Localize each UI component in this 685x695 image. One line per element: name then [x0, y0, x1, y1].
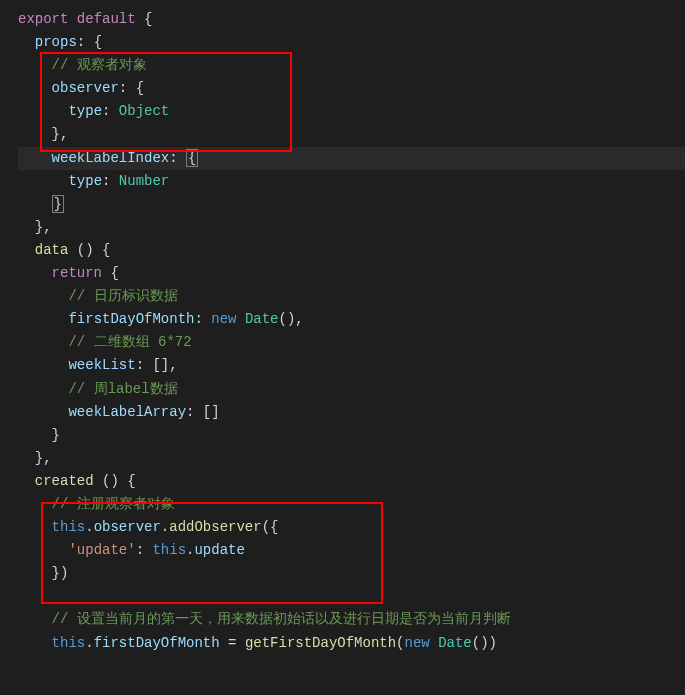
- punct: .: [161, 519, 169, 535]
- code-line[interactable]: this.observer.addObserver({: [18, 516, 685, 539]
- code-line[interactable]: },: [18, 216, 685, 239]
- code-line[interactable]: created () {: [18, 470, 685, 493]
- punct: (),: [279, 311, 304, 327]
- code-line[interactable]: }: [18, 193, 685, 216]
- method-created: created: [35, 473, 94, 489]
- punct: () {: [94, 473, 136, 489]
- code-line[interactable]: }): [18, 562, 685, 585]
- code-line-current[interactable]: weekLabelIndex: {: [18, 147, 685, 170]
- prop-weeklist: weekList: [68, 357, 135, 373]
- code-line[interactable]: this.firstDayOfMonth = getFirstDayOfMont…: [18, 632, 685, 655]
- brace-matched: }: [52, 195, 64, 213]
- prop-update: update: [194, 542, 244, 558]
- punct: .: [85, 519, 93, 535]
- code-line[interactable]: // 注册观察者对象: [18, 493, 685, 516]
- keyword-default: default: [77, 11, 136, 27]
- comment: // 日历标识数据: [68, 288, 177, 304]
- prop-props: props: [35, 34, 77, 50]
- code-line[interactable]: firstDayOfMonth: new Date(),: [18, 308, 685, 331]
- type-object: Object: [119, 103, 169, 119]
- comment: // 周label数据: [68, 381, 177, 397]
- brace: {: [136, 11, 153, 27]
- punct: :: [194, 311, 211, 327]
- prop-observer: observer: [52, 80, 119, 96]
- code-line[interactable]: [18, 585, 685, 608]
- prop-observer: observer: [94, 519, 161, 535]
- keyword-return: return: [52, 265, 102, 281]
- code-line[interactable]: },: [18, 447, 685, 470]
- punct: (: [396, 635, 404, 651]
- brace: }): [52, 565, 69, 581]
- punct: ()): [472, 635, 497, 651]
- brace: },: [52, 126, 69, 142]
- keyword-new: new: [211, 311, 236, 327]
- code-line[interactable]: },: [18, 123, 685, 146]
- string-update: 'update': [68, 542, 135, 558]
- method-addobserver: addObserver: [169, 519, 261, 535]
- prop-weeklabelarray: weekLabelArray: [68, 404, 186, 420]
- code-line[interactable]: data () {: [18, 239, 685, 262]
- code-line[interactable]: observer: {: [18, 77, 685, 100]
- brace: }: [52, 427, 60, 443]
- code-line[interactable]: export default {: [18, 8, 685, 31]
- brace: },: [35, 219, 52, 235]
- comment: // 观察者对象: [52, 57, 147, 73]
- code-line[interactable]: type: Number: [18, 170, 685, 193]
- code-line[interactable]: // 日历标识数据: [18, 285, 685, 308]
- operator: =: [220, 635, 245, 651]
- brace: },: [35, 450, 52, 466]
- comment: // 二维数组 6*72: [68, 334, 191, 350]
- code-line[interactable]: type: Object: [18, 100, 685, 123]
- punct: .: [85, 635, 93, 651]
- comment: // 设置当前月的第一天，用来数据初始话以及进行日期是否为当前月判断: [52, 611, 511, 627]
- code-line[interactable]: weekList: [],: [18, 354, 685, 377]
- punct: () {: [68, 242, 110, 258]
- punct: :: [102, 103, 119, 119]
- code-line[interactable]: 'update': this.update: [18, 539, 685, 562]
- punct: :: [102, 173, 119, 189]
- brace-matched: {: [186, 149, 198, 167]
- prop-type: type: [68, 173, 102, 189]
- punct: :: [169, 150, 186, 166]
- keyword-this: this: [52, 635, 86, 651]
- code-editor[interactable]: export default { props: { // 观察者对象 obser…: [0, 8, 685, 655]
- punct: ({: [262, 519, 279, 535]
- prop-firstdayofmonth: firstDayOfMonth: [68, 311, 194, 327]
- type-date: Date: [430, 635, 472, 651]
- keyword-new: new: [405, 635, 430, 651]
- func-getfirstdayofmonth: getFirstDayOfMonth: [245, 635, 396, 651]
- comment: // 注册观察者对象: [52, 496, 175, 512]
- code-line[interactable]: // 二维数组 6*72: [18, 331, 685, 354]
- punct: : {: [77, 34, 102, 50]
- punct: : [],: [136, 357, 178, 373]
- punct: :: [136, 542, 153, 558]
- prop-firstdayofmonth: firstDayOfMonth: [94, 635, 220, 651]
- code-line[interactable]: props: {: [18, 31, 685, 54]
- type-date: Date: [236, 311, 278, 327]
- code-line[interactable]: weekLabelArray: []: [18, 401, 685, 424]
- keyword-this: this: [52, 519, 86, 535]
- type-number: Number: [119, 173, 169, 189]
- method-data: data: [35, 242, 69, 258]
- keyword-export: export: [18, 11, 68, 27]
- code-line[interactable]: // 观察者对象: [18, 54, 685, 77]
- punct: : {: [119, 80, 144, 96]
- code-line[interactable]: // 设置当前月的第一天，用来数据初始话以及进行日期是否为当前月判断: [18, 608, 685, 631]
- code-line[interactable]: return {: [18, 262, 685, 285]
- prop-type: type: [68, 103, 102, 119]
- code-line[interactable]: }: [18, 424, 685, 447]
- brace: {: [102, 265, 119, 281]
- punct: : []: [186, 404, 220, 420]
- code-line[interactable]: // 周label数据: [18, 378, 685, 401]
- prop-weeklabelindex: weekLabelIndex: [52, 150, 170, 166]
- keyword-this: this: [152, 542, 186, 558]
